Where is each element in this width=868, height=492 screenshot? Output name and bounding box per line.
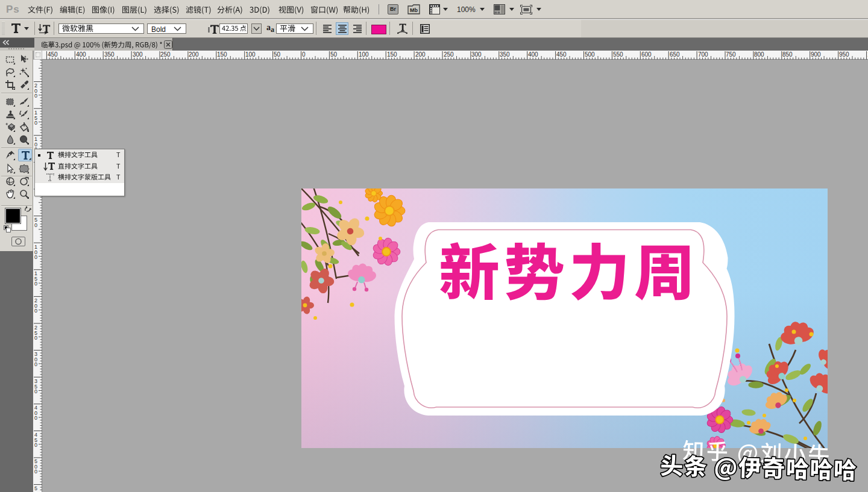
svg-text:Mb: Mb [410, 7, 418, 13]
